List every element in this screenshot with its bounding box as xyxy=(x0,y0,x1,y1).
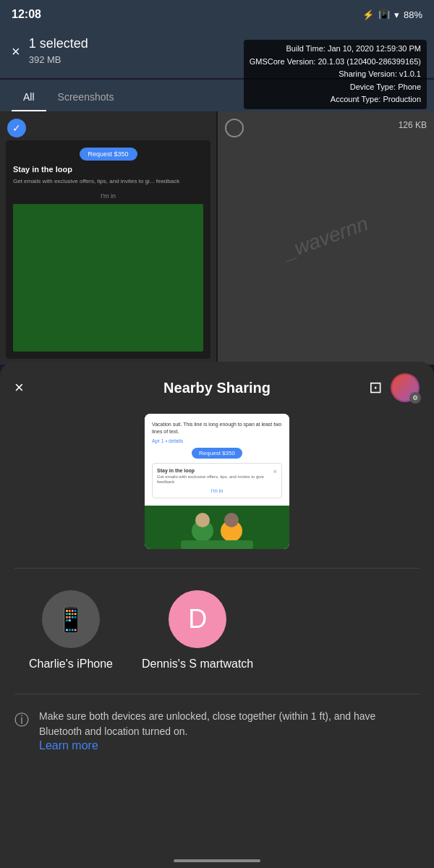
learn-more-link[interactable]: Learn more xyxy=(39,739,98,752)
vibrate-icon: 📳 xyxy=(378,9,390,20)
gallery: ✓ Request $350 Stay in the loop Get emai… xyxy=(0,111,434,365)
svg-point-1 xyxy=(195,513,210,527)
device-icon-phone: 📱 xyxy=(42,590,100,648)
feedback-icon[interactable]: ⊡ xyxy=(369,378,382,397)
build-line2: GMSCore Version: 20.1.03 (120400-2863991… xyxy=(250,56,421,69)
popup-title: Stay in the loop xyxy=(157,468,277,473)
status-time: 12:08 xyxy=(12,8,41,21)
popup-close-icon[interactable]: × xyxy=(273,468,277,475)
preview-heading: Stay in the loop xyxy=(13,165,203,174)
build-line3: Sharing Version: v1.0.1 xyxy=(250,68,421,81)
nearby-sharing-sheet: × Nearby Sharing ⊡ ⚙ Vacation suit. This… xyxy=(0,362,434,868)
watermark-text: _wavernn xyxy=(281,212,371,264)
sheet-preview-main-text: Vacation suit. This line is long enough … xyxy=(152,421,282,435)
device-name-charlies-iphone: Charlie's iPhone xyxy=(29,657,113,672)
right-gallery-content: _wavernn xyxy=(218,111,434,365)
home-indicator xyxy=(174,859,260,862)
device-item-charlies-iphone[interactable]: 📱 Charlie's iPhone xyxy=(29,590,113,672)
sheet-preview-popup: × Stay in the loop Get emails with exclu… xyxy=(152,463,282,499)
popup-imin-btn[interactable]: I'm in xyxy=(157,488,277,493)
device-icon-letter: D xyxy=(169,590,226,648)
info-icon: ⓘ xyxy=(14,710,29,730)
sheet-preview-date-link[interactable]: details xyxy=(169,438,183,443)
build-line5: Account Type: Production xyxy=(250,93,421,106)
build-line1: Build Time: Jan 10, 2020 12:59:30 PM xyxy=(250,43,421,56)
popup-subtext: Get emails with exclusive offers, tips, … xyxy=(157,475,277,486)
sheet-header: × Nearby Sharing ⊡ ⚙ xyxy=(0,362,434,414)
sheet-preview: Vacation suit. This line is long enough … xyxy=(145,414,289,549)
device-letter: D xyxy=(188,604,207,634)
sheet-preview-request-btn: Request $350 xyxy=(192,448,242,459)
info-footer: ⓘ Make sure both devices are unlocked, c… xyxy=(14,694,420,767)
sheet-preview-container: Vacation suit. This line is long enough … xyxy=(0,414,434,556)
selected-checkbox[interactable]: ✓ xyxy=(7,119,26,137)
status-icons: ⚡ 📳 ▾ 88% xyxy=(362,9,422,20)
preview-green-section xyxy=(13,204,203,352)
avatar-container[interactable]: ⚙ xyxy=(391,373,420,402)
build-info-overlay: Build Time: Jan 10, 2020 12:59:30 PM GMS… xyxy=(244,40,427,109)
tab-screenshots[interactable]: Screenshots xyxy=(46,84,126,111)
device-name-denniss-smartwatch: Dennis's S martwatch xyxy=(142,657,253,672)
svg-rect-4 xyxy=(181,540,253,549)
selected-count-label: 1 selected 392 MB xyxy=(29,36,88,67)
gallery-item-left[interactable]: ✓ Request $350 Stay in the loop Get emai… xyxy=(0,111,216,365)
status-bar: 12:08 ⚡ 📳 ▾ 88% xyxy=(0,0,434,29)
sheet-preview-date: Apr 1 • details xyxy=(152,438,282,443)
file-size-label: 126 KB xyxy=(399,120,427,130)
sheet-preview-inner: Vacation suit. This line is long enough … xyxy=(145,414,289,506)
preview-illustration xyxy=(159,506,275,549)
phone-icon: 📱 xyxy=(56,605,86,634)
flash-icon: ⚡ xyxy=(362,9,374,20)
preview-request-btn: Request $350 xyxy=(80,148,137,161)
wifi-icon: ▾ xyxy=(394,9,399,20)
gallery-item-right[interactable]: 126 KB _wavernn xyxy=(218,111,434,365)
build-line4: Device Type: Phone xyxy=(250,81,421,94)
preview-imin: I'm in xyxy=(13,192,203,200)
unselected-checkbox[interactable] xyxy=(225,119,244,137)
avatar-settings-icon[interactable]: ⚙ xyxy=(409,392,421,404)
preview-subtext: Get emails with exclusive offers, tips, … xyxy=(13,178,203,185)
screenshot-preview-left: Request $350 Stay in the loop Get emails… xyxy=(6,140,210,359)
sheet-header-icons: ⊡ ⚙ xyxy=(369,373,420,402)
tab-all[interactable]: All xyxy=(12,84,46,111)
info-text-container: Make sure both devices are unlocked, clo… xyxy=(39,709,420,752)
svg-point-3 xyxy=(224,513,239,527)
top-close-button[interactable]: × xyxy=(12,43,20,60)
sheet-preview-green xyxy=(145,506,289,549)
sheet-title: Nearby Sharing xyxy=(163,380,271,396)
device-list: 📱 Charlie's iPhone D Dennis's S martwatc… xyxy=(0,569,434,694)
battery-text: 88% xyxy=(404,9,422,20)
sheet-close-button[interactable]: × xyxy=(14,378,24,397)
info-text: Make sure both devices are unlocked, clo… xyxy=(39,710,375,737)
device-item-denniss-smartwatch[interactable]: D Dennis's S martwatch xyxy=(142,590,253,672)
